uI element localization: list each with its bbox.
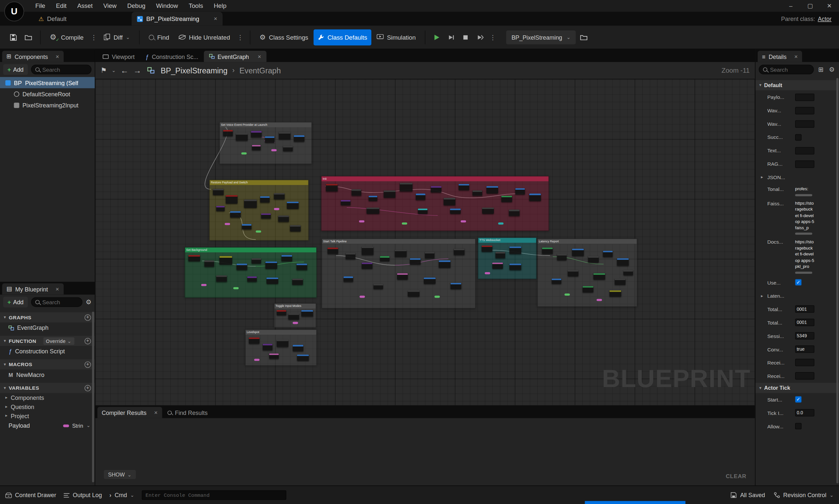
graph-node[interactable] bbox=[281, 255, 292, 262]
graph-node[interactable] bbox=[482, 245, 492, 252]
graph-node[interactable] bbox=[265, 136, 274, 143]
graph-node[interactable] bbox=[249, 337, 260, 344]
tab-compiler-results[interactable]: Compiler Results ✕ bbox=[97, 407, 162, 418]
expand-arrow-icon[interactable]: ▸ bbox=[761, 293, 763, 298]
blueprint-item-eventgraph[interactable]: EventGraph bbox=[0, 322, 95, 333]
detail-value-field[interactable] bbox=[795, 160, 815, 168]
graph-node[interactable] bbox=[395, 250, 407, 257]
graph-node[interactable] bbox=[287, 202, 299, 209]
class-settings-button[interactable]: ⚙ Class Settings bbox=[255, 29, 313, 45]
close-tab-icon[interactable]: ✕ bbox=[150, 410, 158, 415]
graph-node[interactable] bbox=[529, 194, 541, 201]
graph-node[interactable] bbox=[615, 279, 626, 285]
variable-node-pill[interactable] bbox=[241, 152, 246, 155]
override-dropdown[interactable]: Override⌄ bbox=[43, 337, 74, 344]
close-tab-icon[interactable]: ✕ bbox=[208, 16, 217, 21]
show-filter-button[interactable]: SHOW ⌄ bbox=[104, 470, 136, 479]
variable-node-pill[interactable] bbox=[274, 208, 279, 210]
menu-tools[interactable]: Tools bbox=[183, 0, 208, 12]
menu-file[interactable]: File bbox=[30, 0, 51, 12]
graph-node[interactable] bbox=[283, 146, 293, 151]
graph-node[interactable] bbox=[216, 275, 227, 282]
comment-title[interactable]: Start Talk Pipeline bbox=[322, 239, 475, 244]
collapse-arrow-icon[interactable]: ▾ bbox=[4, 338, 6, 343]
graph-node[interactable] bbox=[572, 249, 584, 256]
components-searchbox[interactable] bbox=[31, 65, 91, 74]
collapse-arrow-icon[interactable]: ▾ bbox=[759, 83, 762, 88]
graph-node[interactable] bbox=[213, 188, 224, 195]
graph-node[interactable] bbox=[425, 252, 434, 258]
graph-node[interactable] bbox=[346, 253, 355, 259]
graph-node[interactable] bbox=[603, 251, 613, 257]
tab-details[interactable]: ≡ Details ✕ bbox=[758, 51, 802, 62]
graph-node[interactable] bbox=[265, 261, 277, 269]
minimize-icon[interactable]: – bbox=[781, 0, 801, 12]
component-bp-pixelstreaming-self[interactable]: BP_PixelStreaming (Self bbox=[0, 77, 95, 88]
comment-init[interactable]: Init bbox=[321, 176, 549, 231]
graph-node[interactable] bbox=[252, 145, 261, 150]
graph-node[interactable] bbox=[251, 258, 261, 264]
variable-node-pill[interactable] bbox=[485, 272, 490, 274]
graph-node[interactable] bbox=[400, 183, 413, 191]
variable-node-pill[interactable] bbox=[360, 296, 365, 298]
variable-node-pill[interactable] bbox=[233, 287, 239, 289]
detail-checkbox[interactable]: ✓ bbox=[795, 279, 802, 286]
detail-value-field[interactable]: 0001 bbox=[795, 305, 815, 313]
comment-title[interactable]: Levelspot bbox=[245, 330, 316, 335]
graph-node[interactable] bbox=[408, 290, 419, 297]
graph-node[interactable] bbox=[242, 224, 251, 229]
graph-node[interactable] bbox=[557, 254, 567, 261]
comment-set-background[interactable]: Set Background bbox=[185, 247, 317, 298]
doc-tab-construction-sc[interactable]: ƒConstruction Sc... bbox=[140, 51, 204, 62]
graph-node[interactable] bbox=[226, 195, 238, 204]
components-search-input[interactable] bbox=[42, 66, 87, 73]
graph-node[interactable] bbox=[416, 194, 425, 200]
graph-node[interactable] bbox=[509, 264, 521, 270]
cmd-dropdown[interactable]: › Cmd ⌄ bbox=[109, 492, 134, 499]
graph-node[interactable] bbox=[502, 196, 512, 202]
graph-node[interactable] bbox=[290, 225, 301, 232]
graph-node[interactable] bbox=[583, 286, 594, 292]
graph-node[interactable] bbox=[189, 255, 200, 262]
unreal-logo-icon[interactable]: U bbox=[4, 2, 24, 21]
collapse-arrow-icon[interactable]: ▾ bbox=[4, 315, 6, 320]
clear-button[interactable]: CLEAR bbox=[726, 472, 746, 479]
detail-value-block[interactable]: https://storagebucket fi-develop apps-5 … bbox=[795, 239, 815, 273]
variable-category-project[interactable]: ▸Project bbox=[0, 411, 95, 420]
add-component-button[interactable]: + Add bbox=[3, 64, 28, 75]
comment-latency-report[interactable]: Latency Report bbox=[537, 238, 637, 307]
variable-node-pill[interactable] bbox=[359, 220, 364, 223]
graph-node[interactable] bbox=[617, 258, 629, 266]
scrollbar[interactable] bbox=[92, 312, 94, 482]
detail-checkbox[interactable] bbox=[795, 423, 802, 429]
stop-button[interactable] bbox=[459, 30, 473, 44]
graph-node[interactable] bbox=[380, 256, 389, 261]
graph-node[interactable] bbox=[492, 263, 503, 269]
graph-node[interactable] bbox=[293, 345, 303, 352]
tab-bp-pixelstreaming[interactable]: BP_PixelStreaming ✕ bbox=[132, 12, 223, 25]
comment-tts-websocket[interactable]: TTS Websocket bbox=[478, 237, 537, 279]
comment-restore-payload-and-switch[interactable]: Restore Payload and Switch bbox=[209, 180, 309, 241]
graph-node[interactable] bbox=[237, 264, 247, 270]
bookmark-icon[interactable]: ⚑ bbox=[101, 66, 107, 74]
graph-node[interactable] bbox=[384, 190, 396, 198]
component-pixelstreaming2input[interactable]: PixelStreaming2Input bbox=[0, 100, 95, 111]
section-function[interactable]: ▾FUNCTIONOverride⌄+ bbox=[0, 336, 95, 346]
myblueprint-searchbox[interactable] bbox=[31, 298, 83, 307]
detail-value-field[interactable] bbox=[795, 147, 815, 154]
collapse-arrow-icon[interactable]: ▾ bbox=[4, 385, 6, 390]
menu-asset[interactable]: Asset bbox=[72, 0, 98, 12]
section-actor-tick[interactable]: ▾Actor Tick bbox=[755, 382, 839, 393]
graph-node[interactable] bbox=[230, 211, 241, 218]
debug-object-dropdown[interactable]: BP_PixelStreaming ⌄ bbox=[506, 30, 576, 44]
graph-node[interactable] bbox=[450, 209, 461, 214]
menu-debug[interactable]: Debug bbox=[122, 0, 151, 12]
graph-node[interactable] bbox=[369, 196, 377, 201]
graph-node[interactable] bbox=[431, 186, 441, 193]
graph-node[interactable] bbox=[424, 277, 436, 284]
breadcrumb-root[interactable]: BP_PixelStreaming bbox=[161, 66, 227, 75]
play-options-icon[interactable]: ⋮ bbox=[488, 33, 497, 41]
graph-node[interactable] bbox=[266, 277, 278, 284]
graph-node[interactable] bbox=[223, 130, 233, 137]
graph-node[interactable] bbox=[473, 190, 482, 196]
